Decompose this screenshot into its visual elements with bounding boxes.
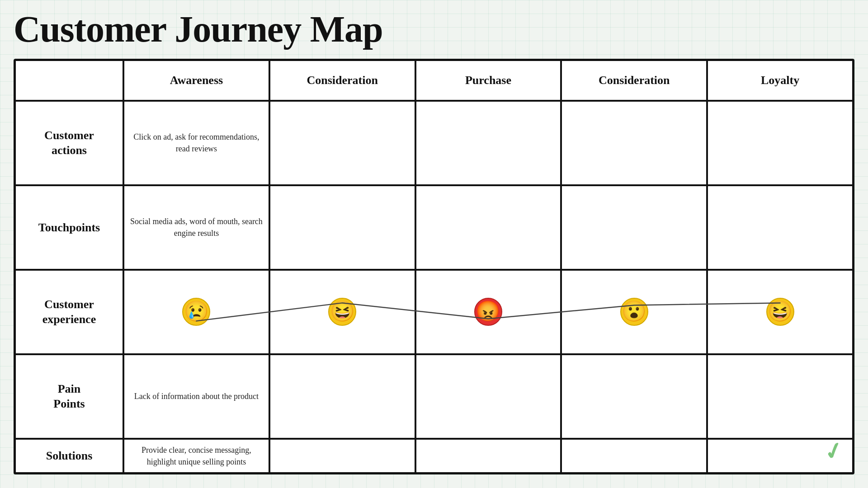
- experience-consideration1: 😆: [269, 270, 415, 354]
- row-header-solutions: Solutions: [15, 439, 123, 473]
- solutions-loyalty: ✓: [707, 439, 853, 473]
- journey-table: Awareness Consideration Purchase Conside…: [15, 60, 853, 473]
- painpoints-awareness: Lack of information about the product: [123, 354, 269, 439]
- emoji-laughing-2: 😆: [766, 298, 794, 326]
- corner-cell: [15, 60, 123, 101]
- touchpoints-loyalty: [707, 185, 853, 270]
- experience-purchase: 😡: [415, 270, 561, 354]
- solutions-consideration1: [269, 439, 415, 473]
- actions-consideration2: [561, 101, 707, 185]
- experience-awareness: 😢: [123, 270, 269, 354]
- touchpoints-consideration2: [561, 185, 707, 270]
- green-arrow-decoration: ✓: [820, 433, 847, 469]
- journey-map: Awareness Consideration Purchase Conside…: [14, 59, 854, 474]
- row-header-touchpoints: Touchpoints: [15, 185, 123, 270]
- painpoints-consideration1: [269, 354, 415, 439]
- col-header-loyalty: Loyalty: [707, 60, 853, 101]
- emoji-laughing-1: 😆: [328, 298, 356, 326]
- painpoints-consideration2: [561, 354, 707, 439]
- experience-consideration2: 😮: [561, 270, 707, 354]
- actions-purchase: [415, 101, 561, 185]
- actions-loyalty: [707, 101, 853, 185]
- emoji-surprised: 😮: [620, 298, 648, 326]
- solutions-consideration2: [561, 439, 707, 473]
- row-header-experience: Customerexperience: [15, 270, 123, 354]
- row-header-painpoints: PainPoints: [15, 354, 123, 439]
- actions-consideration1: [269, 101, 415, 185]
- touchpoints-awareness: Social media ads, word of mouth, search …: [123, 185, 269, 270]
- col-header-consideration1: Consideration: [269, 60, 415, 101]
- col-header-awareness: Awareness: [123, 60, 269, 101]
- solutions-purchase: [415, 439, 561, 473]
- painpoints-purchase: [415, 354, 561, 439]
- col-header-purchase: Purchase: [415, 60, 561, 101]
- touchpoints-consideration1: [269, 185, 415, 270]
- emoji-angry: 😡: [474, 298, 502, 326]
- row-header-actions: Customeractions: [15, 101, 123, 185]
- emoji-sad: 😢: [182, 298, 210, 326]
- painpoints-loyalty: [707, 354, 853, 439]
- page-title: Customer Journey Map: [14, 8, 383, 51]
- experience-loyalty: 😆: [707, 270, 853, 354]
- col-header-consideration2: Consideration: [561, 60, 707, 101]
- touchpoints-purchase: [415, 185, 561, 270]
- actions-awareness: Click on ad, ask for recommendations, re…: [123, 101, 269, 185]
- solutions-awareness: Provide clear, concise messaging, highli…: [123, 439, 269, 473]
